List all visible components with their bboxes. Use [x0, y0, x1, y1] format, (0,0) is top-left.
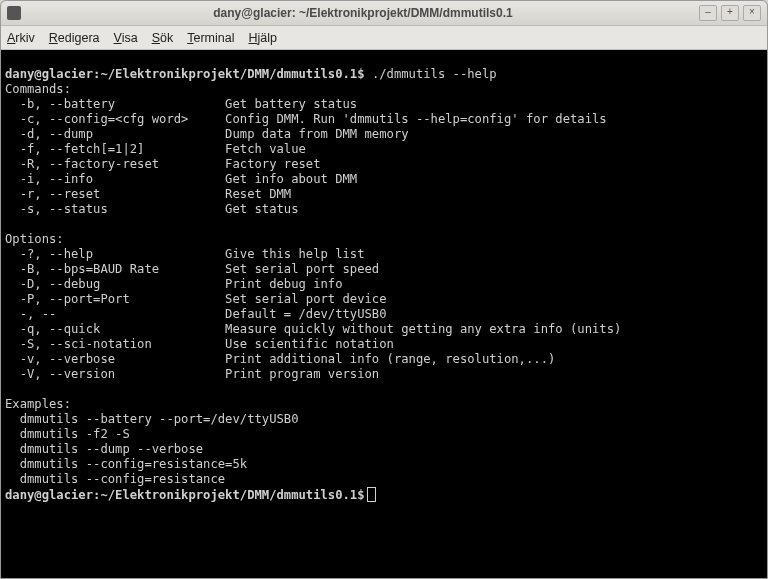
minimize-button[interactable]: – — [699, 5, 717, 21]
terminal-viewport[interactable]: dany@glacier:~/Elektronikprojekt/DMM/dmm… — [1, 50, 767, 578]
output-line: -P, --port=Port Set serial port device — [5, 292, 387, 306]
output-line: -c, --config=<cfg word> Config DMM. Run … — [5, 112, 607, 126]
maximize-button[interactable]: + — [721, 5, 739, 21]
output-line: -r, --reset Reset DMM — [5, 187, 291, 201]
output-line: dmmutils --dump --verbose — [5, 442, 203, 456]
output-line: dmmutils --config=resistance=5k — [5, 457, 247, 471]
menu-visa[interactable]: Visa — [114, 31, 138, 45]
output-line: dmmutils --battery --port=/dev/ttyUSB0 — [5, 412, 299, 426]
output-line: -, -- Default = /dev/ttyUSB0 — [5, 307, 387, 321]
menu-sok[interactable]: Sök — [152, 31, 174, 45]
window-title: dany@glacier: ~/Elektronikprojekt/DMM/dm… — [27, 6, 699, 20]
window-controls: – + × — [699, 5, 761, 21]
output-line: -i, --info Get info about DMM — [5, 172, 357, 186]
output-line: -f, --fetch[=1|2] Fetch value — [5, 142, 306, 156]
output-line: -b, --battery Get battery status — [5, 97, 357, 111]
output-line: -V, --version Print program version — [5, 367, 379, 381]
output-line: Examples: — [5, 397, 71, 411]
prompt-prefix: dany@glacier:~/Elektronikprojekt/DMM/dmm… — [5, 67, 365, 81]
menu-hjalp[interactable]: Hjälp — [248, 31, 277, 45]
typed-command: ./dmmutils --help — [365, 67, 497, 81]
prompt-prefix: dany@glacier:~/Elektronikprojekt/DMM/dmm… — [5, 488, 365, 502]
output-line: Options: — [5, 232, 64, 246]
prompt-line: dany@glacier:~/Elektronikprojekt/DMM/dmm… — [5, 67, 497, 81]
output-line: -d, --dump Dump data from DMM memory — [5, 127, 409, 141]
menu-redigera[interactable]: Redigera — [49, 31, 100, 45]
output-line: -R, --factory-reset Factory reset — [5, 157, 321, 171]
menu-arkiv[interactable]: Arkiv — [7, 31, 35, 45]
close-button[interactable]: × — [743, 5, 761, 21]
output-line: Commands: — [5, 82, 71, 96]
output-line — [5, 217, 12, 231]
menubar: Arkiv Redigera Visa Sök Terminal Hjälp — [1, 26, 767, 50]
terminal-window: dany@glacier: ~/Elektronikprojekt/DMM/dm… — [0, 0, 768, 579]
output-line: -D, --debug Print debug info — [5, 277, 343, 291]
cursor — [367, 487, 376, 502]
output-line: -?, --help Give this help list — [5, 247, 365, 261]
output-line: dmmutils --config=resistance — [5, 472, 225, 486]
output-line: -s, --status Get status — [5, 202, 299, 216]
output-line — [5, 382, 12, 396]
titlebar[interactable]: dany@glacier: ~/Elektronikprojekt/DMM/dm… — [1, 1, 767, 26]
output-line: -B, --bps=BAUD Rate Set serial port spee… — [5, 262, 379, 276]
output-line: -q, --quick Measure quickly without gett… — [5, 322, 621, 336]
menu-terminal[interactable]: Terminal — [187, 31, 234, 45]
output-line: dmmutils -f2 -S — [5, 427, 130, 441]
output-line: -v, --verbose Print additional info (ran… — [5, 352, 555, 366]
output-line: -S, --sci-notation Use scientific notati… — [5, 337, 394, 351]
prompt-line: dany@glacier:~/Elektronikprojekt/DMM/dmm… — [5, 488, 376, 502]
app-icon — [7, 6, 21, 20]
